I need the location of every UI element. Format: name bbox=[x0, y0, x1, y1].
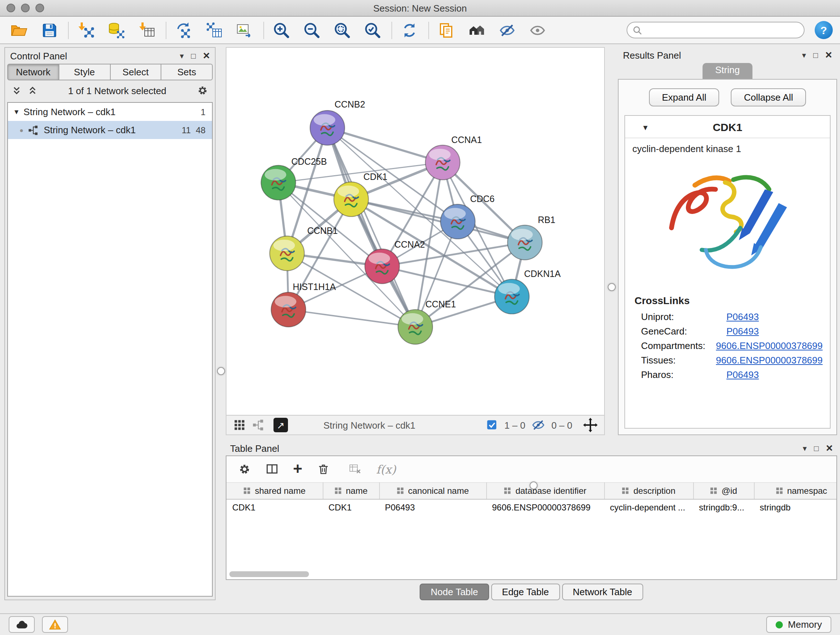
panel-close-icon[interactable]: × bbox=[825, 49, 832, 61]
splitter-handle[interactable] bbox=[217, 367, 225, 375]
tab-network-table[interactable]: Network Table bbox=[562, 584, 643, 600]
delete-table-icon[interactable] bbox=[349, 463, 362, 476]
collapse-all-button[interactable]: Collapse All bbox=[731, 88, 806, 106]
function-builder-icon[interactable]: f(x) bbox=[376, 462, 396, 476]
crosslink-link[interactable]: P06493 bbox=[726, 311, 759, 322]
panel-collapse-icon[interactable]: ▾ bbox=[803, 444, 807, 452]
panel-float-icon[interactable]: □ bbox=[191, 52, 196, 60]
tab-node-table[interactable]: Node Table bbox=[420, 584, 489, 600]
tab-edge-table[interactable]: Edge Table bbox=[491, 584, 560, 600]
expand-all-button[interactable]: Expand All bbox=[649, 88, 720, 106]
table-cell[interactable]: cyclin-dependent ... bbox=[604, 499, 693, 516]
column-header[interactable]: @id bbox=[693, 483, 754, 499]
protein-card-header[interactable]: ▾ CDK1 bbox=[625, 116, 830, 138]
zoom-selected-button[interactable] bbox=[361, 19, 384, 41]
network-node[interactable]: CDKN1A bbox=[494, 269, 561, 314]
zoom-in-button[interactable] bbox=[270, 19, 293, 41]
window-zoom-button[interactable] bbox=[35, 4, 44, 12]
zoom-out-button[interactable] bbox=[300, 19, 324, 41]
help-button[interactable]: ? bbox=[815, 21, 833, 39]
network-node[interactable]: CDK1 bbox=[334, 172, 387, 217]
column-header[interactable]: canonical name bbox=[379, 483, 486, 499]
column-header[interactable]: name bbox=[323, 483, 379, 499]
table-cell[interactable]: 9606.ENSP00000378699 bbox=[486, 499, 604, 516]
import-network-file-button[interactable] bbox=[74, 19, 98, 41]
crosslink-link[interactable]: P06493 bbox=[726, 369, 759, 380]
network-row[interactable]: ● String Network – cdk1 11 48 bbox=[8, 121, 212, 139]
tree-caret-icon[interactable]: ▾ bbox=[14, 107, 19, 117]
crosslink-link[interactable]: P06493 bbox=[726, 325, 759, 336]
table-cell[interactable]: CDK1 bbox=[226, 499, 323, 516]
network-edge[interactable] bbox=[327, 128, 443, 163]
network-share-icon[interactable] bbox=[253, 419, 264, 431]
search-input[interactable] bbox=[627, 22, 805, 38]
zoom-fit-button[interactable] bbox=[331, 19, 354, 41]
export-image-button[interactable] bbox=[233, 19, 256, 41]
window-titlebar[interactable]: Session: New Session bbox=[0, 0, 840, 17]
panel-collapse-icon[interactable]: ▾ bbox=[180, 52, 184, 60]
panel-float-icon[interactable]: □ bbox=[813, 51, 818, 59]
panel-float-icon[interactable]: □ bbox=[814, 444, 819, 452]
network-from-table-button[interactable] bbox=[202, 19, 226, 41]
selected-checkbox-icon[interactable] bbox=[486, 419, 498, 431]
show-elements-button[interactable] bbox=[526, 19, 549, 41]
collapse-all-networks-icon[interactable] bbox=[27, 86, 38, 96]
network-node[interactable]: CCNB2 bbox=[310, 99, 365, 145]
show-columns-icon[interactable] bbox=[265, 463, 279, 476]
network-options-gear-icon[interactable] bbox=[197, 85, 208, 96]
copy-document-button[interactable] bbox=[435, 19, 458, 41]
column-header[interactable]: database identifier bbox=[486, 483, 604, 499]
network-edge[interactable] bbox=[382, 266, 512, 297]
table-cell[interactable]: P06493 bbox=[379, 499, 486, 516]
clone-network-button[interactable] bbox=[172, 19, 195, 41]
save-session-button[interactable] bbox=[38, 19, 61, 41]
hidden-eye-slash-icon[interactable] bbox=[532, 418, 545, 432]
column-header[interactable]: shared name bbox=[226, 483, 323, 499]
crosslink-link[interactable]: 9606.ENSP00000378699 bbox=[716, 355, 823, 365]
table-options-gear-icon[interactable] bbox=[238, 463, 251, 476]
add-column-icon[interactable]: + bbox=[293, 461, 302, 477]
network-edge[interactable] bbox=[351, 199, 525, 242]
table-cell[interactable]: CDK1 bbox=[323, 499, 379, 516]
network-collection-row[interactable]: ▾ String Network – cdk1 1 bbox=[8, 103, 212, 121]
open-session-button[interactable] bbox=[7, 19, 30, 41]
crosslink-link[interactable]: 9606.ENSP00000378699 bbox=[716, 340, 823, 351]
tab-select[interactable]: Select bbox=[111, 64, 162, 80]
grid-view-icon[interactable] bbox=[233, 418, 246, 432]
panel-close-icon[interactable]: × bbox=[203, 50, 210, 62]
column-header[interactable]: namespac bbox=[754, 483, 836, 499]
open-in-window-button[interactable]: ↗ bbox=[273, 418, 288, 432]
move-crosshair-icon[interactable] bbox=[583, 418, 598, 432]
splitter-handle[interactable] bbox=[608, 283, 616, 291]
column-header[interactable]: description bbox=[604, 483, 693, 499]
table-row[interactable]: CDK1CDK1P064939606.ENSP00000378699cyclin… bbox=[226, 499, 836, 516]
network-edge[interactable] bbox=[327, 128, 415, 327]
window-close-button[interactable] bbox=[6, 4, 15, 12]
home-button[interactable] bbox=[465, 19, 488, 41]
delete-column-trash-icon[interactable] bbox=[317, 463, 330, 476]
network-node[interactable]: RB1 bbox=[508, 215, 555, 260]
hide-elements-button[interactable] bbox=[496, 19, 519, 41]
tab-style[interactable]: Style bbox=[59, 64, 111, 80]
cloud-button[interactable] bbox=[9, 616, 35, 633]
panel-collapse-icon[interactable]: ▾ bbox=[802, 51, 806, 59]
import-table-button[interactable] bbox=[135, 19, 158, 41]
horizontal-splitter[interactable] bbox=[226, 435, 837, 441]
tab-sets[interactable]: Sets bbox=[162, 64, 213, 80]
warnings-button[interactable] bbox=[42, 616, 68, 633]
network-canvas[interactable]: CCNB2CCNA1CDC25BCDK1CDC6RB1CCNB1CCNA2CDK… bbox=[226, 48, 604, 415]
network-node[interactable]: HIST1H1A bbox=[271, 282, 336, 327]
tab-string[interactable]: String bbox=[702, 63, 753, 79]
panel-close-icon[interactable]: × bbox=[826, 442, 833, 454]
expand-all-networks-icon[interactable] bbox=[11, 86, 22, 96]
table-cell[interactable]: stringdb bbox=[754, 499, 836, 516]
refresh-button[interactable] bbox=[398, 19, 421, 41]
splitter-handle[interactable] bbox=[530, 481, 538, 489]
window-minimize-button[interactable] bbox=[21, 4, 30, 12]
table-cell[interactable]: stringdb:9... bbox=[693, 499, 754, 516]
horizontal-scrollbar[interactable] bbox=[229, 571, 309, 577]
card-caret-icon[interactable]: ▾ bbox=[643, 122, 647, 132]
tab-network[interactable]: Network bbox=[7, 64, 59, 80]
network-node[interactable]: CCNA1 bbox=[425, 135, 482, 180]
memory-button[interactable]: Memory bbox=[766, 616, 831, 633]
